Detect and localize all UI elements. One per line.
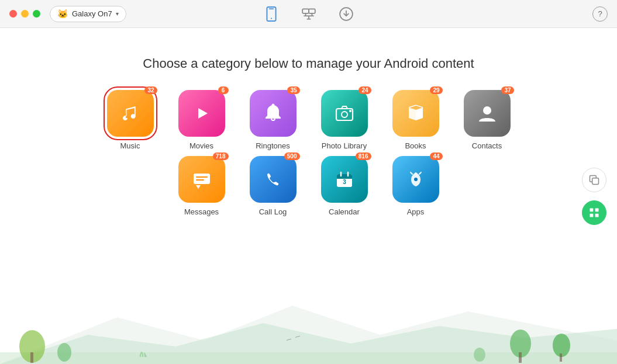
- category-music[interactable]: 32 Music: [98, 90, 163, 150]
- svg-rect-32: [30, 352, 33, 363]
- scenery-decoration: [0, 294, 617, 364]
- books-badge: 29: [430, 86, 442, 94]
- call-log-label: Call Log: [259, 207, 287, 216]
- svg-point-38: [474, 348, 485, 362]
- help-button[interactable]: ?: [592, 6, 608, 22]
- calendar-badge: 816: [356, 152, 371, 160]
- svg-rect-12: [194, 174, 210, 184]
- svg-point-11: [483, 106, 491, 115]
- ringtones-label: Ringtones: [256, 141, 290, 150]
- apps-label: Apps: [407, 207, 425, 216]
- books-label: Books: [405, 141, 426, 150]
- svg-rect-37: [560, 353, 562, 362]
- svg-rect-27: [595, 213, 599, 217]
- category-movies[interactable]: 6 Movies: [170, 90, 234, 150]
- help-area: ?: [592, 6, 608, 22]
- movies-badge: 6: [218, 86, 229, 94]
- category-calendar[interactable]: 816 3 Calendar: [312, 156, 377, 216]
- apps-badge: 44: [430, 152, 442, 160]
- photo-library-label: Photo Library: [322, 141, 367, 150]
- titlebar-nav: [261, 4, 357, 25]
- svg-point-9: [342, 112, 347, 117]
- calendar-label: Calendar: [329, 207, 360, 216]
- svg-rect-35: [519, 352, 522, 363]
- category-apps[interactable]: 44 Apps: [384, 156, 448, 216]
- chevron-down-icon: ▾: [116, 11, 119, 17]
- messages-icon-wrapper: 718: [178, 156, 225, 203]
- category-messages[interactable]: 718 Messages: [170, 156, 234, 216]
- main-content: Choose a category below to manage your A…: [0, 28, 617, 364]
- photo-library-badge: 24: [359, 86, 371, 94]
- movies-icon-wrapper: 6: [178, 90, 225, 137]
- calendar-icon-wrapper: 816 3: [321, 156, 368, 203]
- contacts-label: Contacts: [472, 141, 502, 150]
- svg-rect-26: [590, 213, 594, 217]
- svg-point-33: [57, 343, 71, 362]
- svg-rect-3: [302, 9, 309, 13]
- apps-icon-wrapper: 44: [392, 156, 439, 203]
- category-photo-library[interactable]: 24 Photo Library: [312, 90, 377, 150]
- music-label: Music: [120, 141, 140, 150]
- grid-side-button[interactable]: [582, 200, 606, 225]
- contacts-badge: 37: [501, 86, 513, 94]
- category-contacts[interactable]: 37 Contacts: [455, 90, 519, 150]
- svg-point-7: [271, 104, 274, 107]
- category-call-log[interactable]: 500 Call Log: [241, 156, 305, 216]
- category-books[interactable]: 29 Books: [384, 90, 448, 150]
- svg-rect-1: [268, 8, 274, 9]
- category-row-2: 718 Messages 500: [170, 156, 448, 216]
- call-log-icon-wrapper: 500: [250, 156, 297, 203]
- close-button[interactable]: [9, 10, 17, 18]
- device-name: Galaxy On7: [72, 9, 112, 18]
- svg-rect-4: [309, 9, 315, 13]
- svg-marker-6: [198, 108, 208, 119]
- books-icon-wrapper: 29: [392, 90, 439, 137]
- download-nav-icon[interactable]: [336, 4, 357, 25]
- ringtones-badge: 35: [287, 86, 299, 94]
- messages-label: Messages: [184, 207, 219, 216]
- device-icon: 🐱: [57, 9, 68, 19]
- call-log-badge: 500: [284, 152, 300, 160]
- svg-text:3: 3: [343, 179, 346, 185]
- maximize-button[interactable]: [33, 10, 40, 18]
- movies-label: Movies: [189, 141, 213, 150]
- phone-nav-icon[interactable]: [261, 4, 282, 25]
- svg-point-21: [414, 178, 418, 181]
- music-badge: 32: [144, 86, 157, 94]
- minimize-button[interactable]: [21, 10, 29, 18]
- messages-badge: 718: [213, 152, 229, 160]
- svg-point-10: [349, 110, 351, 112]
- help-label: ?: [598, 9, 602, 18]
- transfer-nav-icon[interactable]: [298, 4, 319, 25]
- traffic-lights: [9, 10, 40, 18]
- svg-rect-23: [592, 178, 599, 184]
- page-title: Choose a category below to manage your A…: [143, 56, 474, 71]
- photo-library-icon-wrapper: 24: [321, 90, 368, 137]
- category-row-1: 32 Music 6 Movies: [98, 90, 519, 150]
- copy-side-button[interactable]: [582, 168, 606, 192]
- right-panel: [582, 168, 606, 225]
- contacts-icon-wrapper: 37: [464, 90, 511, 137]
- device-selector[interactable]: 🐱 Galaxy On7 ▾: [50, 6, 126, 22]
- music-icon-wrapper: 32: [107, 90, 154, 137]
- category-ringtones[interactable]: 35 Ringtones: [241, 90, 305, 150]
- category-grid: 32 Music 6 Movies: [98, 90, 519, 222]
- titlebar: 🐱 Galaxy On7 ▾: [0, 0, 617, 28]
- ringtones-icon-wrapper: 35: [250, 90, 297, 137]
- svg-point-2: [270, 18, 271, 19]
- svg-rect-25: [595, 208, 599, 212]
- svg-rect-24: [590, 208, 594, 212]
